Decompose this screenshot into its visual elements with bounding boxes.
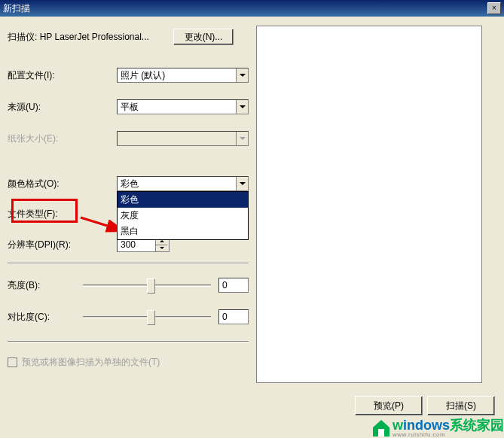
divider [8, 341, 249, 342]
content-area: 扫描仪: HP LaserJet Professional... 更改(N)..… [0, 17, 504, 391]
dropdown-option-bw[interactable]: 黑白 [118, 224, 248, 239]
watermark-url: www.ruishifu.com [393, 432, 504, 438]
bottom-button-bar: 预览(P) 扫描(S) [355, 396, 495, 415]
scanner-name: HP LaserJet Professional... [40, 32, 149, 42]
house-icon [370, 415, 393, 438]
source-value: 平板 [118, 101, 236, 114]
chevron-down-icon [236, 132, 248, 145]
profile-value: 照片 (默认) [118, 69, 236, 82]
dropdown-option-color[interactable]: 彩色 [118, 192, 248, 208]
scan-button[interactable]: 扫描(S) [427, 396, 495, 415]
brightness-slider[interactable] [83, 278, 211, 293]
contrast-slider[interactable] [83, 309, 211, 324]
divider [8, 263, 249, 264]
file-type-label: 文件类型(F): [8, 208, 117, 221]
close-icon: × [492, 4, 496, 12]
scanner-label: 扫描仪: HP LaserJet Professional... [8, 31, 173, 44]
profile-row: 配置文件(I): 照片 (默认) [8, 68, 249, 83]
separate-files-label: 预览或将图像扫描为单独的文件(T) [22, 356, 160, 369]
spinner-down-icon[interactable] [155, 245, 167, 252]
paper-size-select [117, 131, 249, 146]
profile-select[interactable]: 照片 (默认) [117, 68, 249, 83]
separate-files-checkbox [8, 357, 17, 367]
paper-size-row: 纸张大小(E): [8, 131, 249, 146]
chevron-down-icon [236, 177, 248, 190]
watermark-cn: 系统家园 [450, 418, 504, 433]
slider-thumb[interactable] [147, 310, 155, 325]
color-format-value: 彩色 [118, 178, 236, 190]
source-row: 来源(U): 平板 [8, 99, 249, 114]
contrast-label: 对比度(C): [8, 311, 83, 324]
color-format-row: 颜色格式(O): 彩色 彩色 灰度 黑白 [8, 176, 249, 191]
watermark-w: w [393, 418, 403, 433]
svg-rect-1 [378, 429, 384, 436]
change-scanner-button[interactable]: 更改(N)... [173, 29, 234, 45]
contrast-row: 对比度(C): [8, 309, 249, 324]
close-button[interactable]: × [487, 2, 501, 14]
slider-thumb[interactable] [147, 278, 155, 294]
separate-files-row: 预览或将图像扫描为单独的文件(T) [8, 356, 249, 369]
profile-label: 配置文件(I): [8, 69, 117, 82]
source-label: 来源(U): [8, 101, 117, 114]
brightness-row: 亮度(B): [8, 278, 249, 293]
watermark: windows系统家园 www.ruishifu.com [370, 415, 504, 438]
watermark-text: windows系统家园 www.ruishifu.com [393, 418, 504, 438]
settings-pane: 扫描仪: HP LaserJet Professional... 更改(N)..… [8, 24, 249, 383]
chevron-down-icon [236, 100, 248, 114]
color-format-select[interactable]: 彩色 彩色 灰度 黑白 [117, 176, 249, 191]
dpi-label: 分辨率(DPI)(R): [8, 239, 117, 251]
watermark-indows: indows [403, 418, 450, 433]
preview-button[interactable]: 预览(P) [355, 396, 423, 415]
scanner-prefix: 扫描仪: [8, 32, 40, 42]
chevron-down-icon [236, 68, 248, 82]
window-title: 新扫描 [3, 2, 30, 15]
brightness-value[interactable] [218, 278, 249, 293]
preview-pane [256, 26, 482, 383]
brightness-label: 亮度(B): [8, 279, 83, 292]
color-format-dropdown: 彩色 灰度 黑白 [117, 191, 249, 240]
titlebar: 新扫描 × [0, 0, 504, 17]
contrast-value[interactable] [218, 309, 249, 324]
color-format-label: 颜色格式(O): [8, 178, 117, 190]
source-select[interactable]: 平板 [117, 99, 249, 114]
scanner-row: 扫描仪: HP LaserJet Professional... 更改(N)..… [8, 29, 249, 45]
dropdown-option-grayscale[interactable]: 灰度 [118, 208, 248, 224]
paper-size-label: 纸张大小(E): [8, 132, 117, 145]
